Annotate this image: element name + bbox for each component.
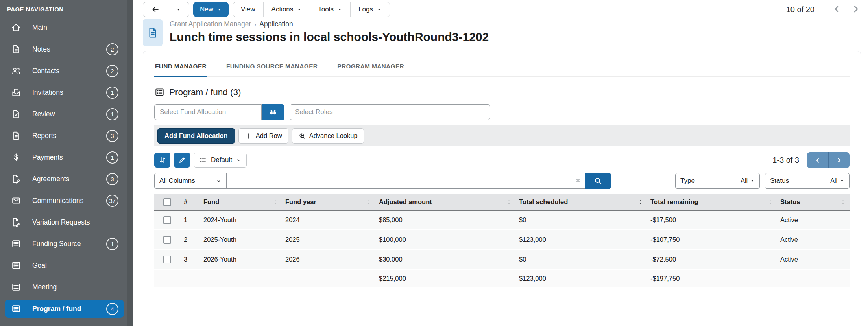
column-header: Total remaining xyxy=(647,194,777,211)
sidebar-header: PAGE NAVIGATION xyxy=(0,0,133,15)
row-checkbox[interactable] xyxy=(163,256,171,263)
breadcrumb-current: Application xyxy=(259,20,293,28)
people-icon xyxy=(11,66,21,76)
totals-row: $215,000 $123,000 -$197,750 xyxy=(154,270,850,287)
sort-icon[interactable] xyxy=(840,199,846,205)
table-row: 2 2025-Youth 2025 $100,000 $123,000 -$10… xyxy=(154,230,850,250)
search-button[interactable] xyxy=(585,173,611,189)
tab[interactable]: FUNDING SOURCE MANAGER xyxy=(225,61,318,76)
breadcrumb-parent[interactable]: Grant Application Manager xyxy=(170,20,251,28)
section-heading: Program / fund (3) xyxy=(154,87,850,98)
cell-num: 3 xyxy=(180,250,200,270)
sidebar-item[interactable]: Agreements 3 xyxy=(5,170,124,188)
column-header: Total scheduled xyxy=(515,194,647,211)
column-header: # xyxy=(180,194,200,211)
menu-button-group: View Actions Tools Logs xyxy=(233,2,390,17)
sidebar-item[interactable]: Funding Source 1 xyxy=(5,235,124,253)
content-card: FUND MANAGER FUNDING SOURCE MANAGER PROG… xyxy=(143,51,861,302)
sidebar-item[interactable]: Invitations 1 xyxy=(5,83,124,101)
cell-total-remaining: -$107,750 xyxy=(647,230,777,250)
tab[interactable]: PROGRAM MANAGER xyxy=(336,61,405,76)
sidebar-item[interactable]: Review 1 xyxy=(5,105,124,123)
actions-button[interactable]: Actions xyxy=(263,2,310,17)
roles-select[interactable]: Select Roles xyxy=(290,104,490,120)
clear-search-button[interactable] xyxy=(571,177,585,185)
table-header-row: # Fund xyxy=(154,194,850,211)
sidebar-item[interactable]: Reports 3 xyxy=(5,127,124,145)
sidebar-item-badge: 1 xyxy=(106,87,118,99)
total-scheduled: $123,000 xyxy=(515,270,647,287)
mail-doc-icon xyxy=(11,87,21,98)
cell-status: Active xyxy=(777,211,850,230)
sidebar-item-badge: 3 xyxy=(106,173,118,185)
sort-icon[interactable] xyxy=(637,199,643,205)
cell-fund-year: 2026 xyxy=(282,250,375,270)
sidebar-item-badge: 2 xyxy=(106,43,118,55)
sidebar-item[interactable]: Variation Requests xyxy=(5,213,124,231)
transfer-columns-button[interactable] xyxy=(154,153,170,168)
sidebar-item[interactable]: Meeting xyxy=(5,278,124,296)
sidebar-item[interactable]: Contacts 2 xyxy=(5,62,124,80)
sidebar-item[interactable]: Main xyxy=(5,18,124,37)
sort-icon[interactable] xyxy=(272,199,278,205)
back-button[interactable] xyxy=(143,2,168,17)
select-all-checkbox[interactable] xyxy=(163,198,171,206)
sort-icon[interactable] xyxy=(366,199,372,205)
sidebar-item[interactable]: Notes 2 xyxy=(5,40,124,58)
cell-fund: 2024-Youth xyxy=(200,211,282,230)
previous-record-button[interactable] xyxy=(832,4,842,15)
column-header-label: Status xyxy=(780,198,800,206)
row-checkbox[interactable] xyxy=(163,236,171,244)
sidebar-item[interactable]: Payments 1 xyxy=(5,148,124,166)
list-box-icon xyxy=(154,87,165,98)
list-box-icon xyxy=(11,304,21,314)
fund-allocation-select[interactable]: Select Fund Allocation xyxy=(154,104,262,120)
new-button[interactable]: New xyxy=(193,2,229,17)
sidebar-item[interactable]: Program / fund 4 xyxy=(5,300,124,318)
tab-bar: FUND MANAGER FUNDING SOURCE MANAGER PROG… xyxy=(154,61,850,77)
next-record-button[interactable] xyxy=(851,4,861,15)
sidebar-item[interactable]: Communications 37 xyxy=(5,192,124,210)
cell-status: Active xyxy=(777,250,850,270)
next-page-button[interactable] xyxy=(828,152,850,168)
view-button[interactable]: View xyxy=(233,2,263,17)
list-box-icon xyxy=(11,239,21,249)
sort-icon[interactable] xyxy=(506,199,512,205)
prev-page-button[interactable] xyxy=(807,152,828,168)
status-filter-dropdown[interactable]: Status All xyxy=(765,173,850,189)
lookup-row: Select Fund Allocation Select Roles xyxy=(154,104,850,120)
cell-adjusted-amount: $100,000 xyxy=(375,230,515,250)
back-menu-button[interactable] xyxy=(168,2,189,17)
advance-lookup-button[interactable]: Advance Lookup xyxy=(292,128,364,144)
column-header-label: Total remaining xyxy=(650,198,698,206)
view-selector-dropdown[interactable]: Default xyxy=(194,153,247,168)
tab[interactable]: FUND MANAGER xyxy=(154,61,207,76)
sidebar-item[interactable]: Goal xyxy=(5,256,124,274)
chevron-left-icon xyxy=(832,4,842,14)
add-row-button[interactable]: Add Row xyxy=(238,128,288,144)
edit-button[interactable] xyxy=(174,153,190,168)
file-check-icon xyxy=(11,109,21,119)
add-fund-allocation-button[interactable]: Add Fund Allocation xyxy=(157,128,235,144)
sort-icon[interactable] xyxy=(767,199,773,205)
cell-total-scheduled: $0 xyxy=(515,211,647,230)
cell-fund-year: 2024 xyxy=(282,211,375,230)
document-icon xyxy=(146,26,159,39)
logs-button[interactable]: Logs xyxy=(350,2,390,17)
column-filter-select[interactable]: All Columns xyxy=(155,173,227,188)
sidebar-item-label: Contacts xyxy=(32,67,59,75)
sidebar-item-label: Payments xyxy=(32,153,63,162)
sidebar-item-label: Variation Requests xyxy=(32,218,90,227)
tools-button[interactable]: Tools xyxy=(310,2,350,17)
binoculars-icon xyxy=(269,108,277,116)
cell-fund-year: 2025 xyxy=(282,230,375,250)
column-header-label: Adjusted amount xyxy=(379,198,432,206)
sidebar-item-label: Funding Source xyxy=(32,240,81,248)
row-checkbox[interactable] xyxy=(163,216,171,224)
search-input[interactable] xyxy=(227,173,571,188)
column-header: Fund xyxy=(200,194,282,211)
list-box-icon xyxy=(11,260,21,271)
type-filter-dropdown[interactable]: Type All xyxy=(675,173,760,189)
fund-allocation-lookup-button[interactable] xyxy=(262,104,284,120)
table-row: 3 2026-Youth 2026 $30,000 $0 -$72,500 Ac… xyxy=(154,250,850,270)
